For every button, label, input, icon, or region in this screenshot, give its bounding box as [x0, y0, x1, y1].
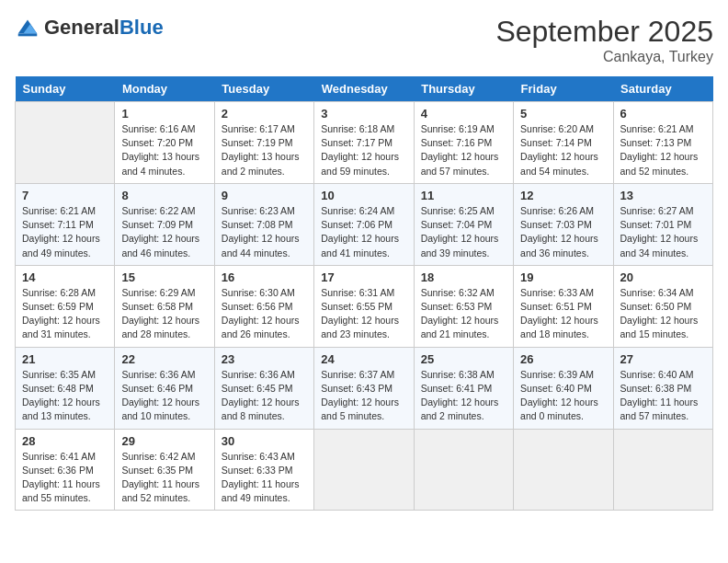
- day-cell: 22Sunrise: 6:36 AMSunset: 6:46 PMDayligh…: [115, 347, 214, 429]
- day-number: 25: [421, 352, 506, 366]
- week-row-3: 14Sunrise: 6:28 AMSunset: 6:59 PMDayligh…: [16, 265, 713, 347]
- day-number: 24: [321, 352, 406, 366]
- day-cell: 8Sunrise: 6:22 AMSunset: 7:09 PMDaylight…: [115, 183, 214, 265]
- day-number: 7: [22, 189, 108, 202]
- day-number: 23: [222, 352, 307, 366]
- day-info: Sunrise: 6:41 AMSunset: 6:36 PMDaylight:…: [22, 450, 108, 506]
- day-info: Sunrise: 6:32 AMSunset: 6:53 PMDaylight:…: [421, 286, 506, 342]
- day-number: 5: [520, 107, 606, 121]
- logo-blue: Blue: [119, 16, 164, 40]
- day-number: 27: [620, 352, 706, 366]
- logo-icon: [15, 15, 40, 40]
- day-cell: 14Sunrise: 6:28 AMSunset: 6:59 PMDayligh…: [16, 265, 115, 347]
- col-header-saturday: Saturday: [613, 76, 712, 102]
- day-cell: 9Sunrise: 6:23 AMSunset: 7:08 PMDaylight…: [214, 183, 313, 265]
- day-cell: 29Sunrise: 6:42 AMSunset: 6:35 PMDayligh…: [115, 429, 214, 511]
- day-info: Sunrise: 6:36 AMSunset: 6:46 PMDaylight:…: [121, 368, 207, 424]
- day-cell: [613, 429, 712, 511]
- day-number: 2: [222, 107, 307, 121]
- week-row-2: 7Sunrise: 6:21 AMSunset: 7:11 PMDaylight…: [16, 183, 713, 265]
- location-subtitle: Cankaya, Turkey: [495, 49, 713, 65]
- day-cell: 2Sunrise: 6:17 AMSunset: 7:19 PMDaylight…: [214, 102, 313, 184]
- day-info: Sunrise: 6:25 AMSunset: 7:04 PMDaylight:…: [421, 204, 506, 260]
- col-header-tuesday: Tuesday: [214, 76, 313, 102]
- day-cell: 12Sunrise: 6:26 AMSunset: 7:03 PMDayligh…: [514, 183, 613, 265]
- day-info: Sunrise: 6:27 AMSunset: 7:01 PMDaylight:…: [620, 204, 706, 260]
- day-number: 22: [121, 352, 207, 366]
- day-number: 20: [620, 270, 706, 284]
- day-info: Sunrise: 6:19 AMSunset: 7:16 PMDaylight:…: [421, 122, 506, 178]
- day-number: 11: [421, 189, 506, 202]
- day-info: Sunrise: 6:35 AMSunset: 6:48 PMDaylight:…: [22, 368, 108, 424]
- day-number: 12: [520, 189, 606, 202]
- day-info: Sunrise: 6:40 AMSunset: 6:38 PMDaylight:…: [620, 368, 706, 424]
- svg-rect-2: [18, 34, 38, 37]
- day-number: 13: [620, 189, 706, 202]
- day-cell: 10Sunrise: 6:24 AMSunset: 7:06 PMDayligh…: [314, 183, 414, 265]
- day-info: Sunrise: 6:22 AMSunset: 7:09 PMDaylight:…: [121, 204, 207, 260]
- day-cell: 16Sunrise: 6:30 AMSunset: 6:56 PMDayligh…: [214, 265, 313, 347]
- day-number: 18: [421, 270, 506, 284]
- day-info: Sunrise: 6:43 AMSunset: 6:33 PMDaylight:…: [222, 450, 307, 506]
- day-cell: [16, 102, 115, 184]
- col-header-sunday: Sunday: [16, 76, 115, 102]
- day-info: Sunrise: 6:16 AMSunset: 7:20 PMDaylight:…: [121, 122, 207, 178]
- day-info: Sunrise: 6:30 AMSunset: 6:56 PMDaylight:…: [222, 286, 307, 342]
- day-number: 15: [121, 270, 207, 284]
- day-cell: [514, 429, 613, 511]
- day-info: Sunrise: 6:21 AMSunset: 7:11 PMDaylight:…: [22, 204, 108, 260]
- day-cell: 17Sunrise: 6:31 AMSunset: 6:55 PMDayligh…: [314, 265, 414, 347]
- day-cell: 13Sunrise: 6:27 AMSunset: 7:01 PMDayligh…: [613, 183, 712, 265]
- day-cell: 20Sunrise: 6:34 AMSunset: 6:50 PMDayligh…: [613, 265, 712, 347]
- day-number: 8: [121, 189, 207, 202]
- day-cell: 7Sunrise: 6:21 AMSunset: 7:11 PMDaylight…: [16, 183, 115, 265]
- day-number: 9: [222, 189, 307, 202]
- day-number: 29: [121, 434, 207, 448]
- day-cell: 25Sunrise: 6:38 AMSunset: 6:41 PMDayligh…: [414, 347, 513, 429]
- day-cell: 18Sunrise: 6:32 AMSunset: 6:53 PMDayligh…: [414, 265, 513, 347]
- logo-general: General: [44, 16, 119, 40]
- day-number: 3: [321, 107, 406, 121]
- day-cell: 19Sunrise: 6:33 AMSunset: 6:51 PMDayligh…: [514, 265, 613, 347]
- day-number: 1: [121, 107, 207, 121]
- col-header-thursday: Thursday: [414, 76, 513, 102]
- day-number: 16: [222, 270, 307, 284]
- week-row-1: 1Sunrise: 6:16 AMSunset: 7:20 PMDaylight…: [16, 102, 713, 184]
- day-number: 14: [22, 270, 108, 284]
- day-cell: 30Sunrise: 6:43 AMSunset: 6:33 PMDayligh…: [214, 429, 313, 511]
- day-info: Sunrise: 6:18 AMSunset: 7:17 PMDaylight:…: [321, 122, 406, 178]
- logo: GeneralBlue: [15, 15, 164, 40]
- col-header-friday: Friday: [514, 76, 613, 102]
- day-cell: 21Sunrise: 6:35 AMSunset: 6:48 PMDayligh…: [16, 347, 115, 429]
- day-number: 21: [22, 352, 108, 366]
- day-cell: 23Sunrise: 6:36 AMSunset: 6:45 PMDayligh…: [214, 347, 313, 429]
- day-cell: 11Sunrise: 6:25 AMSunset: 7:04 PMDayligh…: [414, 183, 513, 265]
- day-number: 4: [421, 107, 506, 121]
- day-number: 19: [520, 270, 606, 284]
- day-cell: 4Sunrise: 6:19 AMSunset: 7:16 PMDaylight…: [414, 102, 513, 184]
- day-number: 28: [22, 434, 108, 448]
- day-info: Sunrise: 6:26 AMSunset: 7:03 PMDaylight:…: [520, 204, 606, 260]
- day-cell: 15Sunrise: 6:29 AMSunset: 6:58 PMDayligh…: [115, 265, 214, 347]
- day-cell: 26Sunrise: 6:39 AMSunset: 6:40 PMDayligh…: [514, 347, 613, 429]
- week-row-5: 28Sunrise: 6:41 AMSunset: 6:36 PMDayligh…: [16, 429, 713, 511]
- day-info: Sunrise: 6:20 AMSunset: 7:14 PMDaylight:…: [520, 122, 606, 178]
- calendar-table: SundayMondayTuesdayWednesdayThursdayFrid…: [15, 76, 713, 511]
- day-info: Sunrise: 6:31 AMSunset: 6:55 PMDaylight:…: [321, 286, 406, 342]
- month-title: September 2025: [495, 15, 713, 49]
- title-area: September 2025 Cankaya, Turkey: [495, 15, 713, 65]
- day-number: 6: [620, 107, 706, 121]
- day-number: 17: [321, 270, 406, 284]
- page-header: GeneralBlue September 2025 Cankaya, Turk…: [15, 15, 713, 65]
- day-cell: [314, 429, 414, 511]
- day-info: Sunrise: 6:17 AMSunset: 7:19 PMDaylight:…: [222, 122, 307, 178]
- week-row-4: 21Sunrise: 6:35 AMSunset: 6:48 PMDayligh…: [16, 347, 713, 429]
- day-cell: 6Sunrise: 6:21 AMSunset: 7:13 PMDaylight…: [613, 102, 712, 184]
- day-cell: 5Sunrise: 6:20 AMSunset: 7:14 PMDaylight…: [514, 102, 613, 184]
- day-info: Sunrise: 6:37 AMSunset: 6:43 PMDaylight:…: [321, 368, 406, 424]
- day-number: 30: [222, 434, 307, 448]
- day-info: Sunrise: 6:36 AMSunset: 6:45 PMDaylight:…: [222, 368, 307, 424]
- day-info: Sunrise: 6:42 AMSunset: 6:35 PMDaylight:…: [121, 450, 207, 506]
- day-number: 26: [520, 352, 606, 366]
- day-cell: 24Sunrise: 6:37 AMSunset: 6:43 PMDayligh…: [314, 347, 414, 429]
